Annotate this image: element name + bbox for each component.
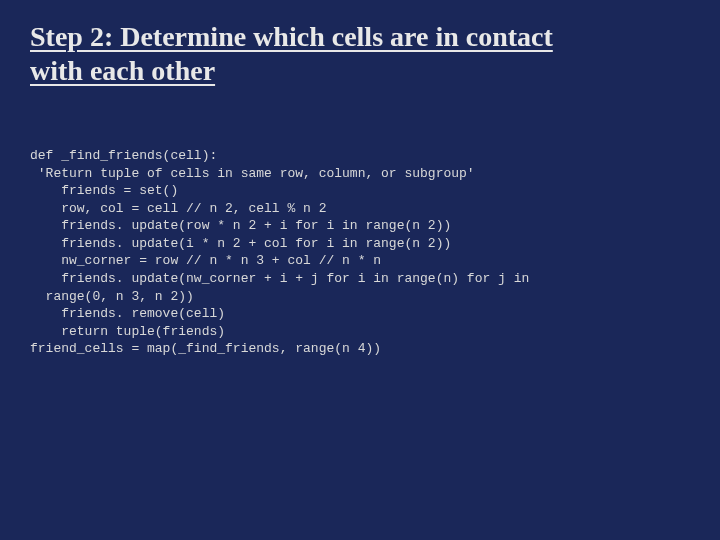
title-line-2: with each other <box>30 55 215 86</box>
title-line-1: Step 2: Determine which cells are in con… <box>30 21 553 52</box>
slide-title: Step 2: Determine which cells are in con… <box>30 20 690 87</box>
slide: Step 2: Determine which cells are in con… <box>0 0 720 540</box>
code-block: def _find_friends(cell): 'Return tuple o… <box>30 147 690 358</box>
